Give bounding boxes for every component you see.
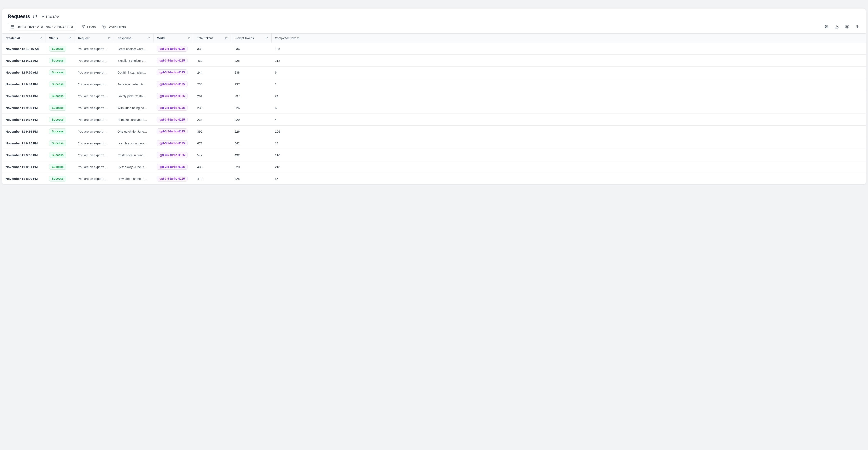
cursor-click-button[interactable] <box>855 24 860 30</box>
status-badge: Success <box>49 81 66 87</box>
download-button[interactable] <box>834 24 840 30</box>
cell-status: Success <box>46 43 75 55</box>
cell-request: You are an expert t… <box>75 114 114 125</box>
cell-prompt-tokens: 432 <box>231 149 272 161</box>
cell-model: gpt-3.5-turbo-0125 <box>154 125 194 137</box>
model-badge: gpt-3.5-turbo-0125 <box>157 105 187 111</box>
col-label: Status <box>49 36 58 40</box>
cell-created-at: November 11 9:41 PM <box>2 90 46 102</box>
cell-prompt-tokens: 325 <box>231 173 272 184</box>
cell-response: Costa Rica in June… <box>114 149 154 161</box>
settings-sliders-button[interactable] <box>824 24 829 30</box>
status-badge: Success <box>49 140 66 146</box>
col-label: Model <box>157 36 165 40</box>
table-row[interactable]: November 11 9:37 PM Success You are an e… <box>2 114 866 125</box>
cell-response: How about some u… <box>114 173 154 184</box>
cell-prompt-tokens: 238 <box>231 66 272 78</box>
sort-icon <box>187 37 190 39</box>
cell-total-tokens: 392 <box>194 125 231 137</box>
table-row[interactable]: November 11 9:44 PM Success You are an e… <box>2 78 866 90</box>
refresh-icon[interactable] <box>33 14 37 19</box>
cell-response: Great choice! Cost… <box>114 43 154 55</box>
sort-icon <box>225 37 228 39</box>
cell-status: Success <box>46 114 75 125</box>
sort-icon <box>265 37 268 39</box>
cell-prompt-tokens: 234 <box>231 43 272 55</box>
date-range-button[interactable]: Oct 13, 2024 12:23 - Nov 12, 2024 11:23 <box>8 23 76 30</box>
start-live-button[interactable]: Start Live <box>42 15 59 18</box>
table-row[interactable]: November 11 8:00 PM Success You are an e… <box>2 173 866 185</box>
col-total-tokens[interactable]: Total Tokens <box>194 34 231 43</box>
svg-rect-2 <box>103 26 105 28</box>
col-request[interactable]: Request <box>75 34 114 43</box>
model-badge: gpt-3.5-turbo-0125 <box>157 152 187 158</box>
col-response[interactable]: Response <box>114 34 154 43</box>
filters-label: Filters <box>87 25 96 29</box>
table-row[interactable]: November 11 9:41 PM Success You are an e… <box>2 90 866 102</box>
col-completion-tokens[interactable]: Completion Tokens <box>272 34 866 43</box>
requests-panel: Requests Start Live Oct 13, 2024 12:23 -… <box>2 8 866 185</box>
cell-total-tokens: 233 <box>194 114 231 125</box>
table-row[interactable]: November 11 9:35 PM Success You are an e… <box>2 138 866 149</box>
col-status[interactable]: Status <box>46 34 75 43</box>
cell-completion-tokens: 105 <box>272 43 866 55</box>
cell-created-at: November 11 9:36 PM <box>2 125 46 137</box>
col-prompt-tokens[interactable]: Prompt Tokens <box>231 34 272 43</box>
saved-filters-button[interactable]: Saved Filters <box>101 23 127 30</box>
cell-response: I'll make sure your i… <box>114 114 154 125</box>
cell-model: gpt-3.5-turbo-0125 <box>154 66 194 78</box>
cell-status: Success <box>46 161 75 173</box>
filters-button[interactable]: Filters <box>81 23 96 30</box>
cell-completion-tokens: 212 <box>272 55 866 66</box>
cell-response: By the way, June is… <box>114 161 154 173</box>
cell-created-at: November 12 9:23 AM <box>2 55 46 66</box>
cell-request: You are an expert t… <box>75 125 114 137</box>
cell-request: You are an expert t… <box>75 161 114 173</box>
toolbar: Oct 13, 2024 12:23 - Nov 12, 2024 11:23 … <box>2 21 866 33</box>
cell-model: gpt-3.5-turbo-0125 <box>154 102 194 114</box>
cell-model: gpt-3.5-turbo-0125 <box>154 55 194 66</box>
table-row[interactable]: November 12 9:23 AM Success You are an e… <box>2 55 866 66</box>
cell-total-tokens: 432 <box>194 55 231 66</box>
sort-icon <box>147 37 150 39</box>
cell-completion-tokens: 85 <box>272 173 866 184</box>
col-label: Prompt Tokens <box>235 36 254 40</box>
table-row[interactable]: November 12 10:16 AM Success You are an … <box>2 43 866 55</box>
svg-marker-10 <box>845 25 849 27</box>
svg-point-8 <box>825 27 826 28</box>
model-badge: gpt-3.5-turbo-0125 <box>157 117 187 122</box>
table-row[interactable]: November 12 5:50 AM Success You are an e… <box>2 66 866 78</box>
table-row[interactable]: November 11 8:01 PM Success You are an e… <box>2 161 866 173</box>
cell-total-tokens: 433 <box>194 161 231 173</box>
layers-icon <box>845 25 849 29</box>
col-created-at[interactable]: Created At <box>2 34 46 43</box>
cell-model: gpt-3.5-turbo-0125 <box>154 90 194 102</box>
requests-table: Created At Status Request Response Model <box>2 33 866 185</box>
table-row[interactable]: November 11 9:35 PM Success You are an e… <box>2 149 866 161</box>
cell-request: You are an expert t… <box>75 102 114 114</box>
cell-request: You are an expert t… <box>75 78 114 90</box>
cell-model: gpt-3.5-turbo-0125 <box>154 114 194 125</box>
table-row[interactable]: November 11 9:39 PM Success You are an e… <box>2 102 866 114</box>
status-badge: Success <box>49 93 66 99</box>
date-range-label: Oct 13, 2024 12:23 - Nov 12, 2024 11:23 <box>17 25 73 29</box>
table-body: November 12 10:16 AM Success You are an … <box>2 43 866 185</box>
cell-request: You are an expert t… <box>75 173 114 184</box>
status-badge: Success <box>49 117 66 122</box>
svg-rect-0 <box>11 26 14 28</box>
cell-completion-tokens: 110 <box>272 149 866 161</box>
cell-status: Success <box>46 102 75 114</box>
col-model[interactable]: Model <box>154 34 194 43</box>
cell-created-at: November 11 9:37 PM <box>2 114 46 125</box>
model-badge: gpt-3.5-turbo-0125 <box>157 140 187 146</box>
cell-response: One quick tip: June… <box>114 125 154 137</box>
cell-total-tokens: 244 <box>194 66 231 78</box>
sort-icon <box>108 37 111 39</box>
cell-response: June is a perfect ti… <box>114 78 154 90</box>
table-row[interactable]: November 11 9:36 PM Success You are an e… <box>2 125 866 138</box>
live-dot-icon <box>42 16 44 17</box>
cell-model: gpt-3.5-turbo-0125 <box>154 138 194 149</box>
cell-total-tokens: 673 <box>194 138 231 149</box>
layers-button[interactable] <box>844 24 850 30</box>
cell-created-at: November 12 10:16 AM <box>2 43 46 55</box>
